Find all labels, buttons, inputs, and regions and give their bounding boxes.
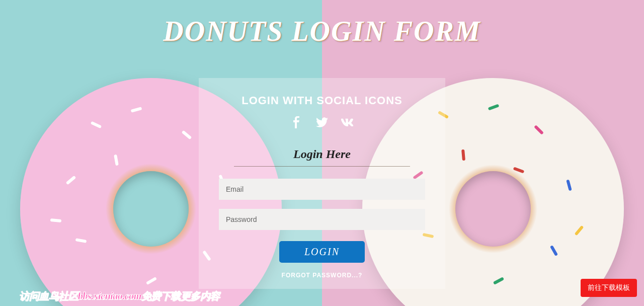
download-template-button[interactable]: 前往下载模板 bbox=[581, 279, 637, 297]
email-field[interactable] bbox=[219, 179, 425, 200]
login-card: LOGIN WITH SOCIAL ICONS Login Here LOGIN… bbox=[199, 78, 445, 289]
facebook-icon[interactable] bbox=[291, 116, 303, 130]
watermark-text: 访问血鸟社区bbs.xieniao.com免费下载更多内容 bbox=[19, 289, 220, 303]
login-button[interactable]: LOGIN bbox=[279, 241, 365, 263]
vk-icon[interactable] bbox=[341, 116, 353, 130]
background: DONUTS LOGIN FORM LOGIN WITH SOCIAL ICON… bbox=[0, 0, 644, 306]
twitter-icon[interactable] bbox=[316, 116, 328, 130]
forgot-password-link[interactable]: FORGOT PASSWORD...? bbox=[219, 272, 425, 279]
social-heading: LOGIN WITH SOCIAL ICONS bbox=[219, 94, 425, 107]
login-here-heading: Login Here bbox=[234, 147, 410, 167]
password-field[interactable] bbox=[219, 209, 425, 230]
page-title: DONUTS LOGIN FORM bbox=[0, 15, 644, 47]
social-icons-row bbox=[219, 116, 425, 130]
